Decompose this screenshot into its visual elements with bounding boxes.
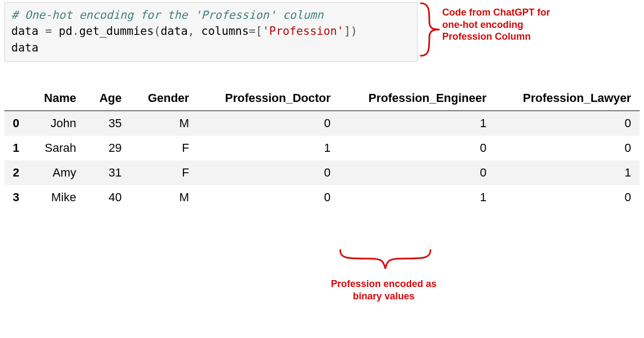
cell: Amy <box>28 160 85 185</box>
cell: 40 <box>85 185 130 210</box>
code-token: data <box>11 25 45 38</box>
cell: M <box>130 111 198 136</box>
cell: 29 <box>85 136 130 160</box>
col-header: Profession_Engineer <box>339 86 495 111</box>
table-row: 1 Sarah 29 F 1 0 0 <box>4 136 640 160</box>
cell: 1 <box>197 136 339 160</box>
cell: 35 <box>85 111 130 136</box>
code-token: , <box>188 25 195 38</box>
dataframe-output: Name Age Gender Profession_Doctor Profes… <box>4 86 640 210</box>
row-index: 3 <box>4 185 28 210</box>
cell: 31 <box>85 160 130 185</box>
cell: 0 <box>197 160 339 185</box>
index-header <box>4 86 28 111</box>
cell: M <box>130 185 198 210</box>
code-token: ( <box>154 25 161 38</box>
annotation-code-source: Code from ChatGPT for one-hot encoding P… <box>442 6 571 43</box>
cell: F <box>130 160 198 185</box>
table-row: 3 Mike 40 M 0 1 0 <box>4 185 640 210</box>
cell: 1 <box>495 160 640 185</box>
code-token: [ <box>255 25 262 38</box>
table-row: 0 John 35 M 0 1 0 <box>4 111 640 136</box>
cell: 0 <box>197 185 339 210</box>
code-token: ] <box>344 25 351 38</box>
table-header-row: Name Age Gender Profession_Doctor Profes… <box>4 86 640 111</box>
code-token: 'Profession' <box>262 25 344 38</box>
cell: 0 <box>495 111 640 136</box>
code-token: get_dummies <box>79 25 153 38</box>
cell: Mike <box>28 185 85 210</box>
code-token: = <box>249 25 256 38</box>
code-token: . <box>72 25 79 38</box>
col-header: Profession_Lawyer <box>495 86 640 111</box>
cell: 0 <box>339 160 495 185</box>
code-token: data <box>160 25 188 38</box>
cell: John <box>28 111 85 136</box>
cell: 0 <box>197 111 339 136</box>
brace-bottom-icon <box>337 247 434 278</box>
row-index: 1 <box>4 136 28 160</box>
cell: 1 <box>339 185 495 210</box>
code-token: pd <box>52 25 72 38</box>
brace-right-icon <box>418 0 444 59</box>
cell: 0 <box>495 185 640 210</box>
annotation-binary-values: Profession encoded as binary values <box>322 278 445 302</box>
col-header: Profession_Doctor <box>197 86 339 111</box>
row-index: 0 <box>4 111 28 136</box>
cell: F <box>130 136 198 160</box>
col-header: Age <box>85 86 130 111</box>
col-header: Gender <box>130 86 198 111</box>
code-token: data <box>11 41 39 54</box>
code-token: ) <box>350 25 357 38</box>
cell: 0 <box>495 136 640 160</box>
code-token: columns <box>194 25 248 38</box>
table-row: 2 Amy 31 F 0 0 1 <box>4 160 640 185</box>
cell: 0 <box>339 136 495 160</box>
code-comment: # One-hot encoding for the 'Profession' … <box>11 9 324 21</box>
cell: Sarah <box>28 136 85 160</box>
code-cell: # One-hot encoding for the 'Profession' … <box>4 2 418 62</box>
col-header: Name <box>28 86 85 111</box>
cell: 1 <box>339 111 495 136</box>
row-index: 2 <box>4 160 28 185</box>
code-token: = <box>45 25 52 38</box>
